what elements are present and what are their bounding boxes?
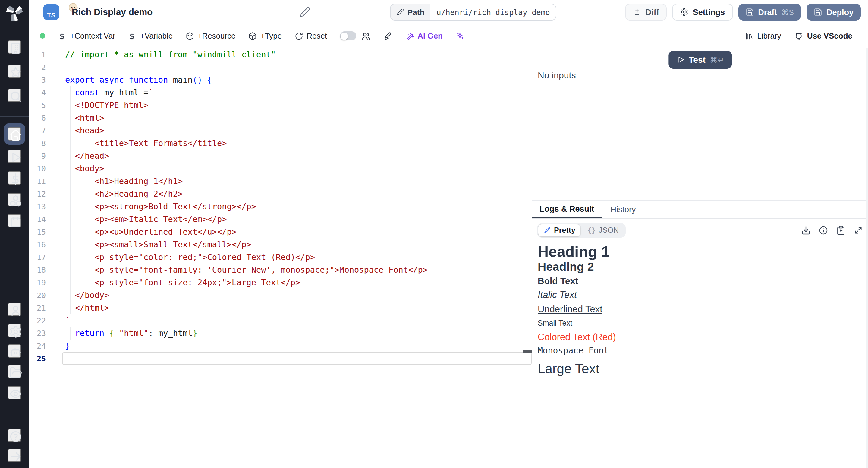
ai-sparkles-button[interactable] [456,32,464,40]
code-line[interactable]: 9 </head> [29,150,532,162]
use-vscode-button[interactable]: Use VScode [794,31,852,41]
code-line[interactable]: 20 </body> [29,289,532,301]
sidebar-item-variables[interactable] [8,171,21,184]
sidebar-item-home[interactable] [8,127,21,141]
add-context-var-label: +Context Var [70,31,116,40]
sidebar-collapse-toggle[interactable] [8,449,21,462]
code-line-content: <!DOCTYPE html> [65,99,148,112]
draft-button[interactable]: Draft ⌘S [738,4,801,21]
editor-scrollbar[interactable] [523,350,532,353]
code-line[interactable]: 7 <head> [29,124,532,137]
reset-button[interactable]: Reset [294,31,327,40]
sidebar-item-search[interactable] [8,89,21,102]
sidebar-item-favorites[interactable] [8,64,21,78]
format-code-button[interactable] [383,31,393,41]
page-scrollbar[interactable] [866,48,868,468]
line-number: 17 [29,251,46,264]
download-result-button[interactable] [801,226,811,235]
test-shortcut: ⌘↵ [710,55,724,64]
code-line[interactable]: 19 <p style="font-size: 24px;">Large Tex… [29,276,532,289]
code-token: "html" [119,328,149,338]
code-line[interactable]: 1// import * as wmill from "windmill-cli… [29,48,532,61]
add-variable-button[interactable]: +Variable [128,31,173,40]
boxes-icon [9,194,22,207]
download-icon [801,226,811,235]
code-token: } [193,328,197,338]
copy-result-button[interactable] [836,226,846,235]
sidebar-item-folders[interactable] [8,365,21,378]
settings-button[interactable]: Settings [673,4,733,21]
code-line-content: return { "html": my_html} [65,327,197,340]
sidebar-item-workers[interactable] [8,344,21,358]
multiplayer-toggle[interactable] [340,31,356,40]
tab-logs-result[interactable]: Logs & Result [532,201,601,218]
deploy-label: Deploy [827,7,854,17]
code-line[interactable]: 23 return { "html": my_html} [29,327,532,340]
expand-result-button[interactable] [854,226,863,235]
code-line[interactable]: 17 <p style="color: red;">Colored Text (… [29,251,532,264]
clipboard-copy-icon [836,226,846,235]
line-number: 10 [29,162,46,175]
code-line[interactable]: 16 <p><small>Small Text</small></p> [29,238,532,251]
code-editor[interactable]: 1// import * as wmill from "windmill-cli… [29,48,532,468]
tab-history[interactable]: History [603,201,643,218]
code-line[interactable]: 10 <body> [29,162,532,175]
code-line[interactable]: 21 </html> [29,301,532,314]
deploy-button[interactable]: Deploy [807,4,861,21]
code-line[interactable]: 8 <title>Text Formats</title> [29,137,532,150]
code-line[interactable]: 3export async function main() { [29,74,532,86]
gear-icon [9,325,22,338]
sidebar-item-workspace[interactable] [8,40,21,54]
robot-icon [9,346,22,359]
ai-gen-button[interactable]: AI Gen [405,31,443,40]
test-button[interactable]: Test ⌘↵ [668,51,732,69]
code-line[interactable]: 6 <html> [29,112,532,124]
path-field[interactable]: Path u/henri/rich_display_demo [390,4,557,21]
add-type-button[interactable]: +Type [248,31,282,40]
settings-label: Settings [693,7,725,17]
code-line[interactable]: 15 <p><u>Underlined Text</u></p> [29,226,532,238]
no-inputs-text: No inputs [538,70,576,80]
code-line[interactable]: 2 [29,61,532,74]
code-line[interactable]: 5 <!DOCTYPE html> [29,99,532,112]
code-line[interactable]: 24} [29,340,532,352]
code-line[interactable]: 18 <p style="font-family: 'Courier New',… [29,264,532,276]
edit-summary-button[interactable] [300,7,310,18]
sidebar-item-settings[interactable] [8,324,21,337]
code-line[interactable]: 4 const my_html =` [29,86,532,99]
paintbrush-icon [383,31,393,41]
sidebar-item-resources[interactable] [8,193,21,206]
line-number: 7 [29,124,46,137]
result-actions [801,226,863,235]
users-icon [361,31,370,41]
sidebar-item-help[interactable] [8,429,21,442]
sidebar-item-runs[interactable] [8,150,21,163]
code-line-content: <p><u>Underlined Text</u></p> [65,226,237,238]
code-line[interactable]: 12 <h2>Heading 2</h2> [29,187,532,200]
json-view-button[interactable]: {} JSON [582,224,624,236]
code-line[interactable]: 13 <p><strong>Bold Text</strong></p> [29,200,532,213]
sidebar-item-schedules[interactable] [8,214,21,227]
code-token [65,214,95,224]
add-context-var-button[interactable]: +Context Var [58,31,116,40]
result-info-button[interactable] [818,226,828,235]
windmill-logo-icon[interactable] [6,4,23,21]
add-resource-button[interactable]: +Resource [185,31,236,40]
sidebar-item-audit-logs[interactable] [8,386,21,399]
code-token: ` [148,87,153,97]
code-line-content: <title>Text Formats</title> [65,137,227,150]
diff-button[interactable]: Diff [625,4,667,21]
github-icon [794,31,804,41]
code-line-content: <p style="font-family: 'Courier New', mo… [65,264,428,276]
code-token: <h1>Heading 1</h1> [95,176,183,186]
code-token: const [75,87,99,97]
code-token: <p style="font-family: 'Courier New', mo… [95,265,428,274]
library-label: Library [757,31,781,40]
sidebar-item-users[interactable] [8,303,21,316]
code-line[interactable]: 14 <p><em>Italic Text</em></p> [29,213,532,226]
editor-toolbar: +Context Var +Variable +Resource +Type R… [29,24,868,48]
code-line[interactable]: 11 <h1>Heading 1</h1> [29,175,532,187]
code-line[interactable]: 22` [29,314,532,327]
library-button[interactable]: Library [745,31,781,40]
pretty-view-button[interactable]: Pretty [538,224,581,236]
